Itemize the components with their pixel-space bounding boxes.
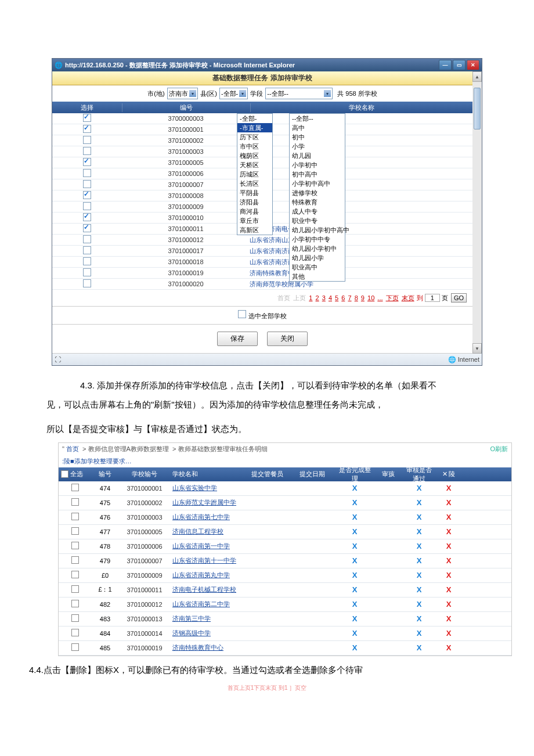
district-option[interactable]: 高新区 xyxy=(237,225,272,235)
row-checkbox[interactable] xyxy=(83,136,91,144)
pager-last[interactable]: 末页 xyxy=(402,294,414,301)
row-checkbox[interactable] xyxy=(83,246,91,254)
stage-option[interactable]: 特殊教育 xyxy=(290,197,345,207)
row-checkbox[interactable] xyxy=(71,629,79,636)
stage-option[interactable]: 职业高中 xyxy=(290,262,345,272)
vertical-scrollbar[interactable]: ▲ ▼ xyxy=(472,71,482,354)
refresh-link[interactable]: O刷新 xyxy=(490,445,508,453)
row-checkbox[interactable] xyxy=(71,513,79,520)
row-school-name[interactable]: 山东省济南第二中学 xyxy=(170,600,244,609)
pager-page[interactable]: 3 xyxy=(322,294,326,301)
row-checkbox[interactable] xyxy=(83,268,91,276)
stage-option[interactable]: 其他 xyxy=(290,272,345,281)
row-school-name[interactable]: 济南师范学校附属小学 xyxy=(250,280,472,289)
stage-option[interactable]: 幼儿园 xyxy=(290,151,345,160)
pager-page[interactable]: ... xyxy=(377,294,383,301)
row-delete-button[interactable]: X xyxy=(436,629,461,638)
col-delete[interactable]: ✕陵 xyxy=(436,470,461,478)
row-delete-button[interactable]: X xyxy=(436,498,461,507)
row-delete-button[interactable]: X xyxy=(436,643,461,652)
scroll-thumb[interactable] xyxy=(474,88,481,129)
crumb-home[interactable]: 首页 xyxy=(66,445,79,452)
row-school-name[interactable]: 省实验 xyxy=(250,136,472,145)
pager-page[interactable]: 1 xyxy=(309,294,312,301)
row-checkbox[interactable] xyxy=(83,125,91,133)
row-school-name[interactable]: 省济南 xyxy=(250,203,472,211)
row-checkbox[interactable] xyxy=(83,180,91,188)
pager-page-input[interactable]: 1 xyxy=(425,294,440,302)
row-checkbox[interactable] xyxy=(83,202,91,210)
row-checkbox[interactable] xyxy=(71,484,79,491)
district-option[interactable]: 历下区 xyxy=(237,132,272,142)
row-checkbox[interactable] xyxy=(83,191,91,199)
district-option[interactable]: 长清区 xyxy=(237,179,272,188)
row-checkbox[interactable] xyxy=(83,213,91,221)
pager-page[interactable]: 7 xyxy=(348,294,351,301)
row-checkbox[interactable] xyxy=(71,614,79,622)
pager-page[interactable]: 6 xyxy=(341,294,345,301)
row-school-name[interactable]: 省济南济南电子机械工程学校 xyxy=(250,225,472,233)
row-delete-button[interactable]: X xyxy=(436,513,461,521)
district-option[interactable]: 商河县 xyxy=(237,207,272,216)
district-option[interactable]: 天桥区 xyxy=(237,160,272,170)
row-checkbox[interactable] xyxy=(71,556,79,564)
pager-page[interactable]: 4 xyxy=(329,294,332,301)
pager-go-button[interactable]: GO xyxy=(451,293,467,303)
row-delete-button[interactable]: X xyxy=(436,600,461,609)
save-button[interactable]: 保存 xyxy=(217,332,258,346)
stage-option[interactable]: 职业中专 xyxy=(290,216,345,225)
maximize-button[interactable]: ▭ xyxy=(453,60,466,70)
pager-page[interactable]: 10 xyxy=(367,294,374,301)
pager-next[interactable]: 下页 xyxy=(386,294,399,301)
row-school-name[interactable]: 市历 xyxy=(250,114,472,123)
district-option[interactable]: 历城区 xyxy=(237,170,272,179)
row-school-name[interactable]: 济南特殊教育中心 xyxy=(170,643,244,652)
window-close-button[interactable]: ✕ xyxy=(467,60,479,70)
row-school-name[interactable]: 信息工 xyxy=(250,192,472,200)
row-checkbox[interactable] xyxy=(71,542,79,549)
scroll-up-button[interactable]: ▲ xyxy=(472,71,482,82)
row-school-name[interactable]: 山东师范丈学跗属中学 xyxy=(170,498,244,507)
city-select[interactable]: 济南市 ▾ xyxy=(167,88,198,99)
stage-option[interactable]: 幼儿园小学初中 xyxy=(290,244,345,253)
row-checkbox[interactable] xyxy=(83,279,91,287)
row-delete-button[interactable]: X xyxy=(436,585,461,594)
stage-option[interactable]: 小学 xyxy=(290,142,345,151)
row-school-name[interactable]: 省济南 xyxy=(250,181,472,189)
pager-page[interactable]: 5 xyxy=(335,294,338,301)
row-school-name[interactable]: 济南第三中学 xyxy=(170,614,244,623)
row-checkbox[interactable] xyxy=(71,600,79,607)
minimize-button[interactable]: — xyxy=(439,60,452,70)
district-option[interactable]: 槐荫区 xyxy=(237,151,272,160)
stage-option[interactable]: 小学初中中专 xyxy=(290,235,345,244)
stage-option[interactable]: 幼儿园小学 xyxy=(290,253,345,262)
stage-option[interactable]: 初中高中 xyxy=(290,170,345,179)
row-checkbox[interactable] xyxy=(83,114,91,122)
row-checkbox[interactable] xyxy=(83,147,91,155)
row-delete-button[interactable]: X xyxy=(436,614,461,623)
stage-option[interactable]: 小学初中 xyxy=(290,160,345,170)
row-school-name[interactable]: 山东省济南济南第十五中学 xyxy=(250,247,472,255)
row-delete-button[interactable]: X xyxy=(436,556,461,565)
stage-option[interactable]: --全部-- xyxy=(290,114,345,123)
row-checkbox[interactable] xyxy=(83,224,91,232)
row-school-name[interactable]: 山东省济南山东省济南第二中学 xyxy=(250,236,472,244)
row-school-name[interactable]: 山东省济南第丸中学 xyxy=(170,571,244,579)
pager-prev[interactable]: 上页 xyxy=(293,294,306,301)
row-checkbox[interactable] xyxy=(71,643,79,651)
col-select-all[interactable]: 全选 xyxy=(59,470,91,478)
row-checkbox[interactable] xyxy=(71,585,79,593)
district-dropdown[interactable]: -全部--市直属-历下区市中区槐荫区天桥区历城区长清区平阴县济阳县商河县章丘市高… xyxy=(237,113,273,235)
district-option[interactable]: 平阴县 xyxy=(237,188,272,197)
row-delete-button[interactable]: X xyxy=(436,527,461,536)
row-school-name[interactable]: 济南信息工程学校 xyxy=(170,527,244,536)
stage-option[interactable]: 成人中专 xyxy=(290,207,345,216)
row-school-name[interactable]: 济南特殊教育中心 xyxy=(250,269,472,278)
district-option[interactable]: 济阳县 xyxy=(237,197,272,207)
scroll-down-button[interactable]: ▼ xyxy=(472,343,482,354)
stage-option[interactable]: 进修学校 xyxy=(290,188,345,197)
stage-option[interactable]: 小学初中高中 xyxy=(290,179,345,188)
row-school-name[interactable]: 济钢高级中学 xyxy=(170,629,244,638)
stage-option[interactable]: 幼儿园小学初中高中 xyxy=(290,225,345,235)
row-delete-button[interactable]: X xyxy=(436,484,461,492)
